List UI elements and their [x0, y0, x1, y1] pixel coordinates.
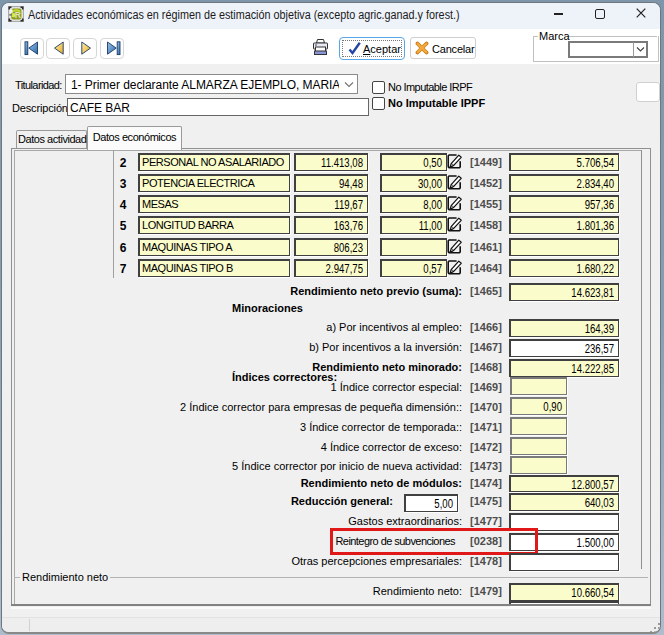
- svg-text:R: R: [15, 10, 21, 20]
